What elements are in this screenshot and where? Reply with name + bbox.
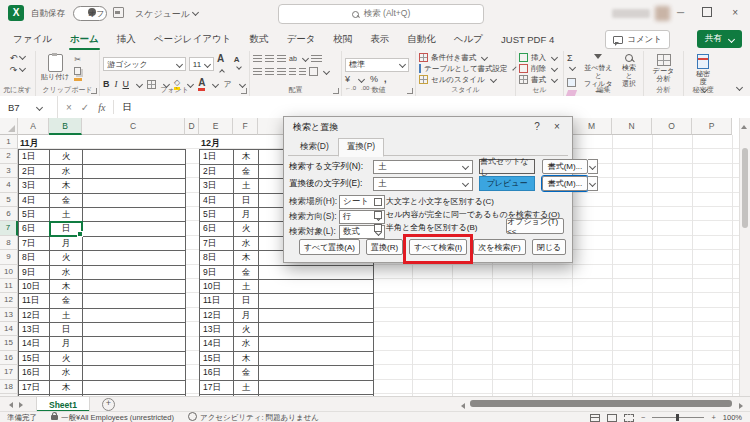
cell-day[interactable]: 金: [50, 194, 83, 208]
cell-date[interactable]: 12日: [200, 309, 234, 323]
cell-notes[interactable]: [259, 352, 374, 366]
hscroll-left-icon[interactable]: [458, 403, 465, 409]
align-top-icon[interactable]: [253, 55, 262, 63]
find-format-button[interactable]: 書式(M)...: [542, 159, 588, 174]
find-all-button[interactable]: すべて検索(I): [409, 239, 467, 255]
cell-day[interactable]: 土: [50, 208, 83, 222]
find-next-button[interactable]: 次を検索(F): [473, 239, 525, 255]
cell-day[interactable]: 木: [50, 381, 83, 395]
row-header-10[interactable]: 10: [0, 265, 18, 279]
cell-date[interactable]: 10日: [200, 280, 234, 294]
column-header-E[interactable]: E: [199, 118, 233, 135]
cell-day[interactable]: 木: [50, 280, 83, 294]
maximize-button[interactable]: [702, 7, 712, 20]
cell-day[interactable]: 日: [234, 194, 259, 208]
number-format-select[interactable]: 標準: [345, 58, 409, 72]
cell-day[interactable]: 金: [50, 294, 83, 308]
cell-notes[interactable]: [83, 280, 186, 294]
horizontal-scroll-thumb[interactable]: [470, 400, 732, 407]
cell-day[interactable]: 木: [50, 179, 83, 193]
row-header-18[interactable]: 18: [0, 380, 18, 394]
column-header-O[interactable]: O: [652, 118, 692, 135]
name-box[interactable]: B7: [0, 96, 58, 118]
format-as-table-button[interactable]: テーブルとして書式設定: [419, 64, 512, 73]
options-toggle-button[interactable]: オプション(T) <<: [506, 218, 564, 234]
hscroll-right-icon[interactable]: [739, 403, 746, 409]
cell-notes[interactable]: [83, 150, 186, 164]
cell-notes[interactable]: [259, 323, 374, 337]
ribbon-tab-5[interactable]: データ: [277, 27, 324, 51]
ribbon-tab-10[interactable]: JUST PDF 4: [492, 27, 563, 51]
increase-indent-icon[interactable]: [299, 68, 306, 76]
cell-date[interactable]: 2日: [200, 165, 234, 179]
align-bottom-icon[interactable]: [277, 55, 286, 63]
cell-notes[interactable]: [83, 352, 186, 366]
row-header-16[interactable]: 16: [0, 351, 18, 365]
add-sheet-button[interactable]: +: [102, 398, 115, 411]
normal-view-icon[interactable]: [590, 414, 600, 422]
zoom-slider-thumb[interactable]: [676, 414, 679, 421]
row-header-5[interactable]: 5: [0, 193, 18, 207]
copy-button[interactable]: [74, 67, 81, 75]
redo-button[interactable]: ↷: [10, 65, 26, 76]
horizontal-scrollbar[interactable]: [468, 400, 736, 408]
currency-format-button[interactable]: ¥: [345, 74, 350, 85]
column-header-C[interactable]: C: [82, 118, 185, 135]
cell-date[interactable]: 7日: [200, 237, 234, 251]
cell-date[interactable]: 5日: [200, 208, 234, 222]
cell-day[interactable]: 土: [234, 179, 259, 193]
accessibility-status[interactable]: アクセシビリティ: 問題ありません: [188, 412, 319, 422]
font-dialog-launcher[interactable]: [241, 88, 247, 94]
cell-date[interactable]: 9日: [200, 266, 234, 280]
data-analysis-button[interactable]: データ 分析: [647, 53, 680, 84]
cell-day[interactable]: 金: [50, 395, 83, 396]
cell-date[interactable]: 11日: [19, 294, 50, 308]
autosave-toggle[interactable]: オフ: [73, 6, 107, 21]
cell-day[interactable]: 日: [234, 294, 259, 308]
dialog-tab-replace[interactable]: 置換(P): [338, 138, 384, 157]
paste-button[interactable]: 貼り付け: [39, 53, 71, 82]
cell-notes[interactable]: [83, 194, 186, 208]
column-header-M[interactable]: M: [572, 118, 612, 135]
cell-date[interactable]: 14日: [200, 337, 234, 351]
comments-button[interactable]: コメント: [605, 30, 670, 49]
cell-date[interactable]: 6日: [200, 222, 234, 236]
collapse-ribbon-icon[interactable]: [736, 84, 743, 91]
cell-date[interactable]: 6日: [19, 222, 50, 236]
cell-notes[interactable]: [83, 395, 186, 396]
cell-notes[interactable]: [83, 323, 186, 337]
align-left-icon[interactable]: [253, 68, 262, 76]
replace-button[interactable]: 置換(R): [366, 239, 403, 255]
cell-date[interactable]: 14日: [19, 337, 50, 351]
cell-day[interactable]: 金: [234, 366, 259, 380]
cell-notes[interactable]: [83, 337, 186, 351]
number-dialog-launcher[interactable]: [407, 88, 413, 94]
ribbon-tab-0[interactable]: ファイル: [4, 27, 61, 51]
cell-day[interactable]: 月: [50, 337, 83, 351]
ribbon-tab-2[interactable]: 挿入: [108, 27, 145, 51]
cell-date[interactable]: 18日: [19, 395, 50, 396]
alignment-dialog-launcher[interactable]: [333, 88, 339, 94]
cell-notes[interactable]: [259, 395, 374, 396]
row-header-1[interactable]: 1: [0, 135, 18, 149]
cell-date[interactable]: 1日: [19, 150, 50, 164]
dialog-help-button[interactable]: ?: [530, 121, 544, 132]
cell-notes[interactable]: [259, 266, 374, 280]
cell-day[interactable]: 水: [234, 237, 259, 251]
comma-format-button[interactable]: ,: [384, 74, 387, 85]
cell-notes[interactable]: [83, 266, 186, 280]
cell-day[interactable]: 水: [234, 337, 259, 351]
avatar[interactable]: [655, 6, 670, 21]
cell-date[interactable]: 16日: [200, 366, 234, 380]
column-header-D[interactable]: D: [185, 118, 199, 135]
row-header-8[interactable]: 8: [0, 236, 18, 250]
cell-notes[interactable]: [83, 165, 186, 179]
cancel-icon[interactable]: ×: [66, 102, 72, 113]
undo-button[interactable]: ↶: [10, 53, 26, 64]
align-center-icon[interactable]: [265, 68, 274, 76]
cell-day[interactable]: 火: [50, 251, 83, 265]
conditional-format-button[interactable]: 条件付き書式: [419, 53, 512, 62]
cell-notes[interactable]: [259, 381, 374, 395]
save-icon[interactable]: [113, 7, 124, 18]
cell-date[interactable]: 7日: [19, 237, 50, 251]
